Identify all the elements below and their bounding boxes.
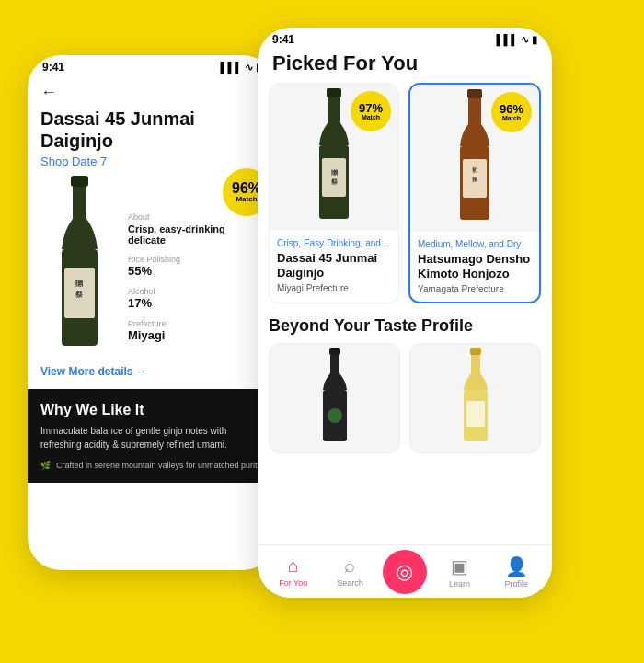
- svg-rect-7: [328, 97, 340, 123]
- nav-label-foryou: For You: [279, 578, 307, 588]
- beyond-card-0[interactable]: [269, 343, 400, 453]
- card-match-lbl-0: Match: [362, 114, 380, 120]
- card-flavor-0: Crisp, Easy Drinking, and Delic...: [277, 238, 391, 248]
- why-title: Why We Like It: [40, 402, 263, 418]
- status-icons-left: ▌▌▌ ∿ ▮: [221, 62, 261, 74]
- why-text: Immaculate balance of gentle ginjo notes…: [40, 424, 263, 452]
- camera-icon: ◎: [396, 560, 413, 584]
- card-region-1: Yamagata Prefecture: [418, 284, 532, 294]
- svg-rect-6: [327, 88, 341, 97]
- back-arrow-icon[interactable]: ←: [40, 83, 57, 102]
- bottom-nav: ⌂ For You ⌕ Search ◎ ▣ Learn 👤 Profile: [258, 544, 552, 598]
- svg-text:祭: 祭: [330, 178, 339, 185]
- rice-value: 55%: [128, 264, 263, 278]
- rice-label: Rice Polishing: [128, 255, 263, 264]
- nav-item-profile[interactable]: 👤 Profile: [492, 555, 540, 589]
- card-flavor-1: Medium, Mellow, and Dry: [418, 239, 532, 249]
- svg-rect-12: [467, 89, 482, 98]
- sake-card-0[interactable]: 獺 祭 97% Match Crisp, Easy Drinking, and …: [269, 83, 399, 303]
- time-left: 9:41: [42, 61, 64, 74]
- prefecture-label: Prefecture: [128, 319, 263, 328]
- svg-rect-1: [73, 187, 86, 219]
- card-match-pct-1: 96%: [500, 103, 523, 115]
- status-bar-right: 9:41 ▌▌▌ ∿ ▮: [258, 28, 552, 48]
- svg-text:初: 初: [471, 166, 477, 173]
- view-more-link[interactable]: View More details →: [28, 360, 276, 383]
- card-match-badge-1: 96% Match: [491, 92, 532, 132]
- status-bar-left: 9:41 ▌▌▌ ∿ ▮: [28, 55, 276, 75]
- wifi-icon-right: ∿: [521, 34, 529, 46]
- status-icons-right: ▌▌▌ ∿ ▮: [497, 34, 537, 46]
- card-image-0: 獺 祭 97% Match: [270, 84, 398, 231]
- phone-left-content: ← Dassai 45 Junmai Daiginjo Shop Date 7: [28, 75, 276, 550]
- svg-rect-22: [470, 348, 481, 355]
- card-info-0: Crisp, Easy Drinking, and Delic... Dassa…: [270, 231, 398, 301]
- svg-rect-9: [322, 158, 346, 197]
- card-name-0: Dassai 45 Junmai Daiginjo: [277, 251, 391, 280]
- card-name-1: Hatsumago Densho Kimoto Honjozo: [418, 252, 532, 280]
- battery-icon-right: ▮: [532, 34, 537, 46]
- picks-header: Picked For You: [258, 48, 552, 83]
- card-match-pct-0: 97%: [359, 102, 383, 114]
- book-icon: ▣: [451, 555, 468, 577]
- bottle-image-left: 獺 祭: [40, 176, 119, 360]
- nav-item-search[interactable]: ⌕ Search: [326, 555, 374, 588]
- svg-text:孫: 孫: [471, 176, 478, 182]
- svg-rect-23: [471, 355, 480, 373]
- card-match-badge-0: 97% Match: [351, 91, 391, 131]
- detail-title: Dassai 45 Junmai Daiginjo: [40, 108, 263, 152]
- detail-body: 獺 祭 96% Match About Crisp, easy-drinking…: [28, 176, 276, 360]
- beyond-card-1[interactable]: [409, 343, 541, 453]
- about-value: Crisp, easy-drinking delicate: [128, 223, 263, 246]
- signal-icon-right: ▌▌▌: [497, 34, 518, 45]
- detail-header: ←: [28, 75, 276, 108]
- svg-rect-19: [330, 355, 339, 373]
- alcohol-value: 17%: [128, 296, 263, 310]
- svg-rect-13: [468, 98, 481, 124]
- beyond-row: [258, 343, 552, 453]
- svg-rect-25: [466, 401, 485, 427]
- shop-date[interactable]: Shop Date 7: [40, 154, 263, 168]
- svg-text:獺: 獺: [75, 280, 84, 288]
- svg-text:獺: 獺: [330, 169, 339, 176]
- why-crafted: 🌿 Crafted in serene mountain valleys for…: [40, 461, 263, 470]
- nav-item-foryou[interactable]: ⌂ For You: [270, 555, 317, 588]
- detail-title-section: Dassai 45 Junmai Daiginjo Shop Date 7: [28, 108, 276, 176]
- nav-item-learn[interactable]: ▣ Learn: [436, 555, 484, 589]
- profile-icon: 👤: [505, 555, 528, 577]
- signal-icon-left: ▌▌▌: [221, 62, 242, 73]
- stat-about: About Crisp, easy-drinking delicate: [128, 212, 263, 246]
- wifi-icon-left: ∿: [245, 62, 253, 74]
- beyond-bottle-1: [457, 348, 494, 449]
- svg-rect-0: [71, 176, 88, 187]
- nav-label-profile: Profile: [504, 579, 528, 589]
- search-icon: ⌕: [344, 555, 355, 577]
- leaf-icon: 🌿: [40, 461, 51, 470]
- card-info-1: Medium, Mellow, and Dry Hatsumago Densho…: [410, 232, 539, 302]
- cards-row: 獺 祭 97% Match Crisp, Easy Drinking, and …: [258, 83, 552, 303]
- beyond-section-title: Beyond Your Taste Profile: [258, 303, 552, 343]
- picks-title: Picked For You: [272, 51, 537, 75]
- card-image-1: 初 孫 96% Match: [410, 85, 539, 232]
- nav-label-learn: Learn: [449, 579, 470, 589]
- stat-prefecture: Prefecture Miyagi: [128, 319, 263, 342]
- stat-rice: Rice Polishing 55%: [128, 255, 263, 278]
- beyond-bottle-0: [316, 348, 353, 449]
- why-section: Why We Like It Immaculate balance of gen…: [28, 389, 276, 483]
- nav-camera-button[interactable]: ◎: [383, 550, 427, 594]
- svg-rect-18: [329, 348, 340, 355]
- prefecture-value: Miyagi: [128, 328, 263, 342]
- sake-card-1[interactable]: 初 孫 96% Match Medium, Mellow, and Dry Ha…: [408, 83, 541, 303]
- svg-text:祭: 祭: [75, 291, 84, 299]
- svg-point-21: [328, 408, 342, 423]
- nav-label-search: Search: [337, 578, 363, 588]
- phone-right: 9:41 ▌▌▌ ∿ ▮ Picked For You: [258, 28, 552, 598]
- stat-alcohol: Alcohol 17%: [128, 287, 263, 310]
- bottle-svg-left: 獺 祭: [45, 176, 114, 360]
- phone-right-content: Picked For You 獺 祭 97%: [258, 48, 552, 544]
- home-icon: ⌂: [288, 555, 299, 577]
- alcohol-label: Alcohol: [128, 287, 263, 296]
- card-region-0: Miyagi Prefecture: [277, 283, 391, 293]
- time-right: 9:41: [272, 33, 294, 46]
- phone-left: 9:41 ▌▌▌ ∿ ▮ ← Dassai 45 Junmai Daiginjo…: [28, 55, 276, 570]
